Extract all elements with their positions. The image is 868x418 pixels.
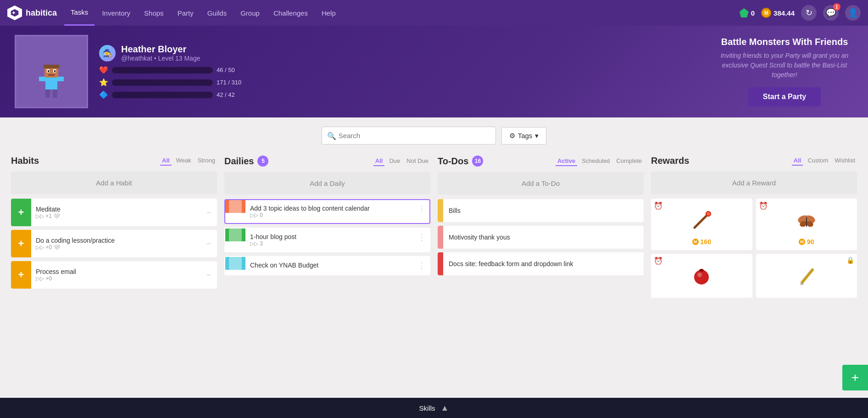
habit-plus-button[interactable]: + (11, 261, 31, 289)
todos-title: To-Dos (438, 156, 468, 167)
nav-guilds[interactable]: Guilds (201, 0, 234, 26)
dailies-tab-due[interactable]: Due (387, 156, 402, 166)
add-todo-card[interactable]: Add a To-Do (438, 172, 644, 195)
list-item: Add 3 topic ideas to blog content calend… (224, 199, 430, 224)
list-item[interactable]: ⏰ M 160 (651, 199, 752, 250)
todos-column: To-Dos 16 Active Scheduled Complete Add … (438, 156, 644, 298)
habits-tab-all[interactable]: All (160, 156, 172, 166)
todo-text: Motivosity thank yous (443, 229, 644, 245)
habit-footer: ▷▷ +0 🤍 (36, 244, 196, 251)
search-icon: 🔍 (327, 131, 336, 140)
todos-tab-scheduled[interactable]: Scheduled (580, 156, 612, 166)
hp-track (112, 67, 213, 73)
dailies-title: Dailies (224, 156, 254, 167)
svg-rect-10 (39, 77, 45, 81)
reward-image (688, 262, 715, 290)
habit-plus-button[interactable]: + (11, 230, 31, 257)
dailies-tab-all[interactable]: All (373, 156, 385, 166)
pixel-character (35, 62, 67, 103)
list-item: + Process email ▷▷ +0 − (11, 261, 217, 289)
tags-chevron-icon: ▾ (535, 132, 539, 140)
mp-icon: 🔷 (99, 90, 108, 99)
orb-icon (690, 264, 713, 287)
tags-button[interactable]: ⚙ Tags ▾ (501, 127, 547, 145)
list-item[interactable]: 🔒 (756, 254, 857, 298)
list-item: + Meditate ▷▷ +1 🤍 − (11, 199, 217, 226)
daily-footer: ▷▷ 3 (250, 240, 409, 247)
habit-minus-button[interactable]: − (200, 230, 217, 257)
todos-tab-complete[interactable]: Complete (614, 156, 644, 166)
habit-minus-button[interactable]: − (200, 199, 217, 226)
xp-label: 171 / 310 (217, 79, 244, 86)
lock-icon: 🔒 (846, 256, 854, 264)
reward-image (793, 262, 820, 290)
brand-logo[interactable]: ✦ habitica (7, 6, 57, 20)
rewards-tab-wishlist[interactable]: Wishlist (833, 156, 857, 166)
profile-button[interactable]: 👤 (845, 5, 861, 21)
start-party-button[interactable]: Start a Party (748, 87, 821, 106)
nav-links: Tasks Inventory Shops Party Guilds Group… (64, 0, 738, 26)
svg-rect-13 (53, 89, 57, 98)
refresh-button[interactable]: ↻ (801, 5, 817, 21)
habits-tab-strong[interactable]: Strong (196, 156, 217, 166)
todo-text: Docs site: feedback form and dropdown li… (443, 256, 644, 272)
hero-cta: Battle Monsters With Friends Inviting fr… (716, 37, 853, 106)
search-input[interactable] (322, 127, 496, 145)
habits-tab-weak[interactable]: Weak (174, 156, 193, 166)
hero-handle: @heathkat • Level 13 Mage (121, 55, 200, 62)
daily-menu-button[interactable]: ⋮ (414, 257, 429, 274)
list-item[interactable]: ⏰ M 90 (756, 199, 857, 250)
habit-text: Do a coding lesson/practice ▷▷ +0 🤍 (31, 233, 200, 254)
habit-minus-button[interactable]: − (200, 261, 217, 289)
dailies-column: Dailies 5 All Due Not Due Add a Daily Ad… (224, 156, 430, 298)
hero-name: Heather Bloyer (121, 44, 200, 55)
add-daily-card[interactable]: Add a Daily (224, 172, 430, 195)
habits-title: Habits (11, 156, 39, 166)
timer-icon: ⏰ (759, 201, 768, 210)
rewards-tab-custom[interactable]: Custom (806, 156, 830, 166)
todo-text: Bills (443, 202, 644, 219)
habit-plus-button[interactable]: + (11, 199, 31, 226)
xp-fill (112, 79, 167, 86)
xp-track (112, 79, 213, 86)
xp-bar-row: ⭐ 171 / 310 (99, 78, 705, 87)
list-item[interactable]: ⏰ (651, 254, 752, 298)
svg-line-25 (802, 270, 812, 283)
nav-tasks[interactable]: Tasks (64, 0, 95, 26)
hero-bars: ❤️ 46 / 50 ⭐ 171 / 310 🔷 42 / 42 (99, 66, 705, 99)
daily-menu-button[interactable]: ⋮ (414, 229, 429, 246)
daily-footer: ▷▷ 0 (250, 212, 409, 218)
navbar: ✦ habitica Tasks Inventory Shops Party G… (0, 0, 868, 26)
heart-icon: 🤍 (53, 244, 60, 251)
add-habit-card[interactable]: Add a Habit (11, 172, 217, 194)
svg-point-23 (697, 273, 702, 277)
habit-text: Process email ▷▷ +0 (31, 264, 200, 285)
gold-icon: M (761, 8, 771, 18)
hp-icon: ❤️ (99, 66, 108, 74)
todos-tab-active[interactable]: Active (556, 156, 577, 166)
nav-inventory[interactable]: Inventory (95, 0, 137, 26)
nav-party[interactable]: Party (171, 0, 200, 26)
brand-name: habitica (26, 8, 57, 18)
gold-icon-small: M (692, 239, 699, 245)
notifications-button[interactable]: 💬 1 (823, 5, 839, 21)
timer-icon: ⏰ (654, 201, 663, 210)
brand-icon: ✦ (7, 6, 22, 20)
cta-title: Battle Monsters With Friends (716, 37, 853, 47)
nav-shops[interactable]: Shops (138, 0, 170, 26)
dailies-count-badge: 5 (257, 156, 268, 167)
daily-menu-button[interactable]: ⋮ (414, 200, 429, 217)
add-reward-card[interactable]: Add a Reward (651, 172, 857, 194)
list-item: Motivosity thank yous (438, 226, 644, 249)
nav-group[interactable]: Group (234, 0, 266, 26)
nav-help[interactable]: Help (315, 0, 342, 26)
tags-icon: ⚙ (509, 132, 515, 140)
rewards-column: Rewards All Custom Wishlist Add a Reward… (651, 156, 857, 298)
hp-fill (112, 67, 205, 73)
rewards-tab-all[interactable]: All (792, 156, 803, 166)
reward-image (688, 207, 715, 234)
svg-point-16 (707, 212, 710, 216)
reward-price: M 90 (761, 238, 853, 245)
nav-challenges[interactable]: Challenges (267, 0, 314, 26)
dailies-tab-notdue[interactable]: Not Due (405, 156, 430, 166)
